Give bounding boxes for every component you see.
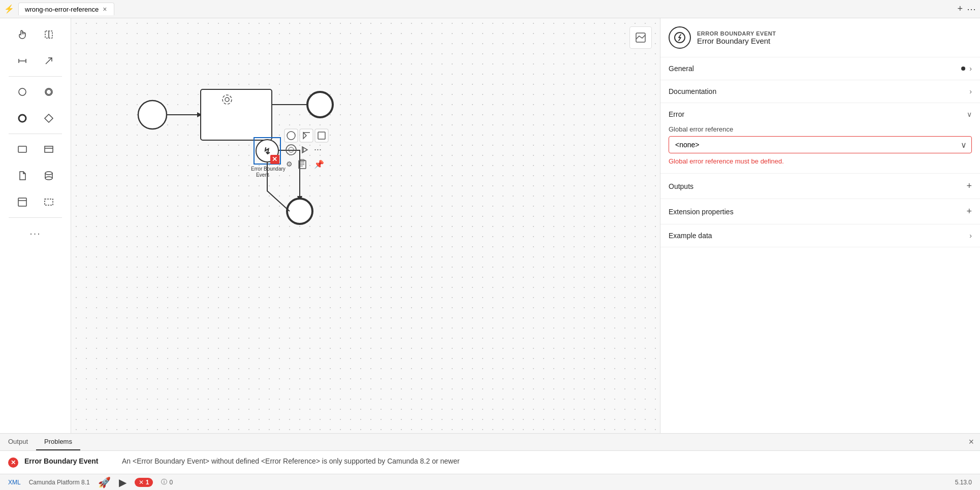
tool-row-7 (10, 190, 61, 214)
outputs-add-icon[interactable]: + (966, 181, 972, 191)
warning-badge[interactable]: ⓘ 0 (161, 478, 173, 486)
svg-text:Error Boundary: Error Boundary (251, 166, 286, 172)
tool-row-5 (10, 137, 61, 161)
title-bar: ⚡ wrong-no-error-reference × + ⋯ (0, 0, 980, 18)
global-error-ref-select[interactable]: <none> (669, 136, 972, 153)
problem-error-icon: ✕ (8, 458, 18, 468)
svg-point-17 (45, 177, 52, 180)
bottom-area: Output Problems × ✕ Error Boundary Event… (0, 433, 980, 474)
tab-close-button[interactable]: × (102, 5, 108, 13)
warning-count: 0 (169, 479, 173, 486)
minimap-button[interactable] (629, 26, 652, 49)
example-data-section[interactable]: Example data › (660, 224, 980, 247)
svg-text:⚙: ⚙ (286, 160, 293, 168)
svg-point-22 (138, 101, 167, 129)
extension-properties-add-icon[interactable]: + (966, 206, 972, 217)
panel-title-group: ERROR BOUNDARY EVENT Error Boundary Even… (697, 30, 776, 45)
arrow-tool[interactable] (37, 49, 61, 73)
documentation-section-header[interactable]: Documentation › (660, 80, 980, 103)
version-label: 5.13.0 (955, 479, 972, 486)
rect-tool[interactable] (10, 137, 35, 161)
svg-point-30 (307, 92, 333, 117)
title-bar-actions: + ⋯ (957, 4, 976, 15)
svg-text:✕: ✕ (272, 155, 277, 163)
problems-tab[interactable]: Problems (36, 434, 80, 450)
extension-properties-label: Extension properties (669, 208, 734, 216)
error-section[interactable]: Error ∨ Global error reference <none> ∨ … (660, 103, 980, 174)
toolbar-divider-2 (9, 134, 62, 134)
platform-label: Camunda Platform 8.1 (29, 479, 90, 486)
bottom-panel-close-button[interactable]: × (962, 435, 980, 449)
general-section[interactable]: General › (660, 57, 980, 80)
documentation-section[interactable]: Documentation › (660, 80, 980, 103)
svg-text:↯: ↯ (263, 146, 271, 156)
dashed-rect-tool[interactable] (37, 190, 61, 214)
svg-rect-20 (45, 199, 53, 205)
run-button[interactable]: ▶ (119, 476, 127, 488)
bold-circle-tool[interactable] (10, 106, 35, 130)
outputs-section[interactable]: Outputs + (660, 174, 980, 199)
tab-name: wrong-no-error-reference (25, 6, 99, 13)
example-data-label: Example data (669, 232, 712, 240)
diamond-tool[interactable] (37, 106, 61, 130)
more-tools-button[interactable]: ··· (23, 221, 48, 245)
global-error-ref-label: Global error reference (669, 125, 972, 133)
example-data-section-header[interactable]: Example data › (660, 224, 980, 247)
extension-properties-section-header[interactable]: Extension properties + (660, 199, 980, 224)
svg-rect-25 (201, 89, 272, 140)
svg-point-14 (45, 172, 52, 175)
tool-row-2 (10, 49, 61, 73)
outputs-section-header[interactable]: Outputs + (660, 174, 980, 199)
problem-name: Error Boundary Event (24, 457, 116, 465)
documentation-section-label: Documentation (669, 87, 716, 95)
panel-tool[interactable] (10, 190, 35, 214)
problems-content: ✕ Error Boundary Event An <Error Boundar… (0, 451, 980, 474)
storage-tool[interactable] (37, 137, 61, 161)
status-bar: XML Camunda Platform 8.1 🚀 ▶ ✕ 1 ⓘ 0 5.1… (0, 474, 980, 490)
svg-text:···: ··· (314, 144, 322, 154)
tool-row-6 (10, 164, 61, 188)
bottom-tabs: Output Problems × (0, 434, 980, 451)
doc-tool[interactable] (10, 164, 35, 188)
example-data-chevron: › (969, 232, 972, 240)
general-section-header[interactable]: General › (660, 57, 980, 80)
extension-properties-section[interactable]: Extension properties + (660, 199, 980, 224)
bpmn-diagram: ↯ ✕ Error Boundary Event ··· (122, 49, 478, 242)
circle-tool[interactable] (10, 80, 35, 104)
svg-point-32 (287, 199, 312, 224)
panel-element-icon (669, 26, 691, 49)
cylinder-tool[interactable] (37, 164, 61, 188)
lasso-tool[interactable] (37, 22, 61, 47)
deploy-button[interactable]: 🚀 (98, 476, 111, 488)
panel-subtitle: ERROR BOUNDARY EVENT (697, 30, 776, 37)
svg-text:📌: 📌 (314, 159, 324, 169)
general-chevron: › (969, 64, 972, 73)
double-circle-tool[interactable] (37, 80, 61, 104)
svg-rect-45 (315, 129, 328, 142)
tool-row-4 (10, 106, 61, 130)
menu-button[interactable]: ⋯ (967, 4, 976, 15)
toolbar-divider-3 (9, 217, 62, 218)
app-icon: ⚡ (4, 4, 14, 14)
editor-tab[interactable]: wrong-no-error-reference × (18, 3, 114, 15)
connect-tool[interactable] (10, 49, 35, 73)
tool-row-1 (10, 22, 61, 47)
add-tab-button[interactable]: + (957, 4, 963, 15)
main-area: ··· (0, 18, 980, 433)
error-section-body: Global error reference <none> ∨ Global e… (660, 125, 980, 173)
status-bar-left: XML Camunda Platform 8.1 🚀 ▶ ✕ 1 ⓘ 0 (8, 476, 173, 488)
output-tab[interactable]: Output (0, 434, 36, 450)
error-badge[interactable]: ✕ 1 (135, 478, 153, 487)
right-panel: ERROR BOUNDARY EVENT Error Boundary Even… (660, 18, 980, 433)
diagram-canvas[interactable]: ↯ ✕ Error Boundary Event ··· (71, 18, 660, 433)
svg-line-5 (46, 58, 52, 64)
xml-label[interactable]: XML (8, 479, 21, 486)
general-dot-indicator (961, 67, 965, 71)
hand-tool[interactable] (10, 22, 35, 47)
problem-description: An <Error Boundary Event> without define… (122, 457, 460, 465)
svg-rect-40 (284, 129, 298, 142)
svg-point-8 (46, 89, 51, 94)
documentation-chevron: › (969, 87, 972, 95)
svg-rect-18 (18, 198, 26, 206)
error-section-header[interactable]: Error ∨ (660, 103, 980, 125)
